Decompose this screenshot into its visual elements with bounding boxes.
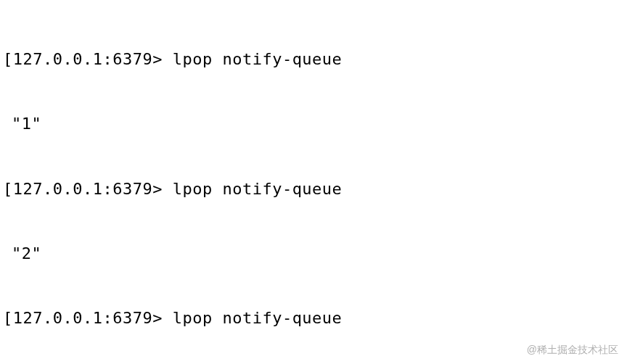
command-result: "1" bbox=[3, 113, 624, 135]
command: lpop notify-queue bbox=[173, 180, 343, 198]
command: lpop notify-queue bbox=[173, 50, 343, 68]
prompt-bracket: [ bbox=[3, 50, 13, 68]
watermark-text: @稀土掘金技术社区 bbox=[527, 343, 618, 357]
prompt: 127.0.0.1:6379> bbox=[13, 50, 163, 68]
prompt: 127.0.0.1:6379> bbox=[13, 180, 163, 198]
prompt: 127.0.0.1:6379> bbox=[13, 309, 163, 327]
command-line: [127.0.0.1:6379> lpop notify-queue bbox=[3, 49, 624, 70]
command: lpop notify-queue bbox=[173, 309, 343, 327]
prompt-bracket: [ bbox=[3, 309, 13, 327]
command-line: [127.0.0.1:6379> lpop notify-queue bbox=[3, 307, 624, 329]
terminal-output: [127.0.0.1:6379> lpop notify-queue "1" [… bbox=[3, 6, 624, 364]
prompt-bracket: [ bbox=[3, 180, 13, 198]
command-result: "2" bbox=[3, 243, 624, 265]
command-line: [127.0.0.1:6379> lpop notify-queue bbox=[3, 178, 624, 200]
